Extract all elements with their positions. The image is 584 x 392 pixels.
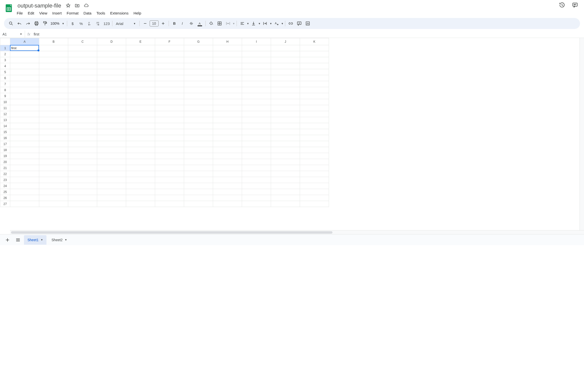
column-header[interactable]: B xyxy=(39,38,68,45)
cell[interactable] xyxy=(242,75,271,81)
cell[interactable] xyxy=(184,105,213,111)
cell[interactable] xyxy=(271,93,300,99)
cell[interactable] xyxy=(300,51,329,57)
cell[interactable] xyxy=(155,105,184,111)
cell[interactable] xyxy=(97,165,126,171)
row-header[interactable]: 10 xyxy=(0,99,10,105)
cell[interactable] xyxy=(184,159,213,165)
cell[interactable] xyxy=(300,183,329,189)
sheet-tab-sheet1[interactable]: Sheet1 ▼ xyxy=(24,235,47,245)
column-header[interactable]: K xyxy=(300,38,329,45)
cell[interactable] xyxy=(184,87,213,93)
cell[interactable] xyxy=(184,69,213,75)
cell[interactable] xyxy=(68,177,97,183)
cell[interactable] xyxy=(155,63,184,69)
cell[interactable] xyxy=(213,99,242,105)
cell[interactable] xyxy=(213,165,242,171)
cell[interactable] xyxy=(242,87,271,93)
add-sheet-button[interactable] xyxy=(3,236,12,244)
cell[interactable] xyxy=(97,117,126,123)
cell[interactable] xyxy=(97,177,126,183)
cell[interactable] xyxy=(242,51,271,57)
cell[interactable] xyxy=(126,129,155,135)
cell[interactable] xyxy=(242,195,271,201)
cell[interactable] xyxy=(10,159,39,165)
row-header[interactable]: 16 xyxy=(0,135,10,141)
cell[interactable] xyxy=(213,117,242,123)
cell[interactable] xyxy=(126,201,155,207)
cell[interactable] xyxy=(155,135,184,141)
cell[interactable] xyxy=(126,183,155,189)
cell[interactable] xyxy=(39,147,68,153)
number-format-button[interactable]: 123 xyxy=(103,20,111,27)
cell[interactable] xyxy=(68,57,97,63)
cell[interactable] xyxy=(126,45,155,51)
column-header[interactable]: H xyxy=(213,38,242,45)
cell[interactable] xyxy=(242,147,271,153)
cell[interactable] xyxy=(68,45,97,51)
cell[interactable] xyxy=(126,99,155,105)
caret-down-icon[interactable]: ▼ xyxy=(65,238,67,241)
cell[interactable] xyxy=(68,141,97,147)
cell[interactable] xyxy=(10,117,39,123)
cell[interactable] xyxy=(155,99,184,105)
column-header[interactable]: C xyxy=(68,38,97,45)
cell[interactable] xyxy=(155,153,184,159)
cell[interactable] xyxy=(97,195,126,201)
horizontal-align-button[interactable] xyxy=(238,20,246,27)
cell[interactable]: first xyxy=(10,45,39,51)
cell[interactable] xyxy=(242,105,271,111)
cell[interactable] xyxy=(242,165,271,171)
cell[interactable] xyxy=(68,165,97,171)
cell[interactable] xyxy=(126,117,155,123)
cell[interactable] xyxy=(242,135,271,141)
move-icon[interactable] xyxy=(75,3,80,9)
cell[interactable] xyxy=(242,177,271,183)
cell[interactable] xyxy=(97,81,126,87)
cell[interactable] xyxy=(126,105,155,111)
cell[interactable] xyxy=(213,93,242,99)
cell[interactable] xyxy=(68,105,97,111)
cell[interactable] xyxy=(300,45,329,51)
cell[interactable] xyxy=(10,195,39,201)
column-header[interactable]: G xyxy=(184,38,213,45)
cell[interactable] xyxy=(97,183,126,189)
cell[interactable] xyxy=(68,183,97,189)
cell[interactable] xyxy=(184,195,213,201)
cell[interactable] xyxy=(271,195,300,201)
caret-down-icon[interactable]: ▼ xyxy=(281,22,284,25)
cell[interactable] xyxy=(126,51,155,57)
cell[interactable] xyxy=(300,189,329,195)
cell[interactable] xyxy=(97,159,126,165)
cell[interactable] xyxy=(155,69,184,75)
cell[interactable] xyxy=(97,69,126,75)
cell[interactable] xyxy=(10,153,39,159)
cell[interactable] xyxy=(39,81,68,87)
cell[interactable] xyxy=(10,93,39,99)
cell[interactable] xyxy=(271,147,300,153)
cell[interactable] xyxy=(97,105,126,111)
cell[interactable] xyxy=(10,129,39,135)
cell[interactable] xyxy=(271,57,300,63)
cell[interactable] xyxy=(155,189,184,195)
row-header[interactable]: 11 xyxy=(0,105,10,111)
cell[interactable] xyxy=(10,183,39,189)
cell[interactable] xyxy=(97,189,126,195)
cell[interactable] xyxy=(242,153,271,159)
cell[interactable] xyxy=(39,51,68,57)
cell[interactable] xyxy=(300,153,329,159)
cell[interactable] xyxy=(271,111,300,117)
cell[interactable] xyxy=(155,81,184,87)
cell[interactable] xyxy=(126,195,155,201)
cell[interactable] xyxy=(10,69,39,75)
row-header[interactable]: 8 xyxy=(0,87,10,93)
cell[interactable] xyxy=(300,81,329,87)
cell[interactable] xyxy=(126,177,155,183)
cell[interactable] xyxy=(213,75,242,81)
cell[interactable] xyxy=(242,63,271,69)
cell[interactable] xyxy=(184,177,213,183)
row-header[interactable]: 6 xyxy=(0,75,10,81)
menu-help[interactable]: Help xyxy=(131,10,143,16)
cell[interactable] xyxy=(300,111,329,117)
cell[interactable] xyxy=(242,159,271,165)
